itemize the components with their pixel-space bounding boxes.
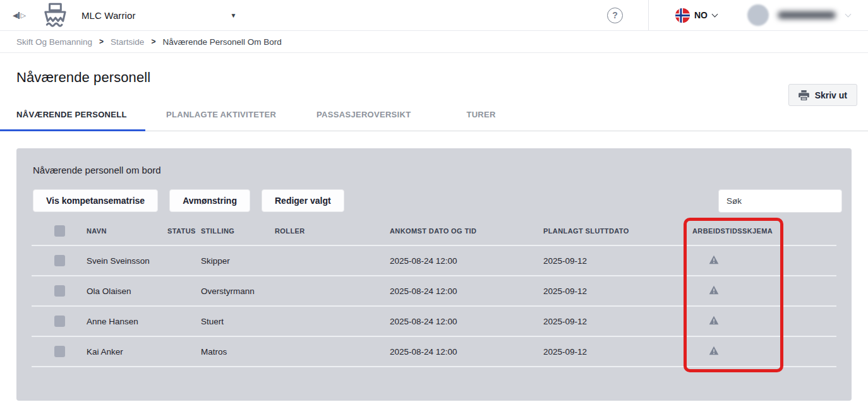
cell-ankomst: 2025-08-24 12:00 [390,347,543,357]
column-header-arbeidstidsskjema: ARBEIDSTIDSSKJEMA [692,227,783,235]
table-header-row: NAVN STATUS STILLING ROLLER ANKOMST DATO… [32,216,836,246]
printer-icon [799,90,809,100]
tab-bar: NÅVÆRENDE PERSONELL PLANLAGTE AKTIVITETE… [0,110,868,131]
row-checkbox[interactable] [54,316,65,327]
cell-stilling: Skipper [201,256,275,266]
language-code: NO [694,10,708,20]
table-row: Kai Anker Matros 2025-08-24 12:00 2025-0… [32,337,836,367]
app-page: ◀ ▷ MLC Warrior ▼ ? [0,0,868,419]
personnel-panel: Nåværende personell om bord Vis kompetan… [16,148,852,401]
vessel-name: MLC Warrior [81,10,136,21]
table-row: Anne Hansen Stuert 2025-08-24 12:00 2025… [32,307,836,337]
vessel-boat-icon [41,2,69,28]
sidebar-collapse-icon[interactable]: ◀ ▷ [13,12,26,19]
norway-flag-icon [675,8,690,23]
breadcrumb-item-current: Nåværende Personell Om Bord [162,37,281,47]
user-chevron-down-icon [845,11,852,18]
language-selector[interactable]: NO [675,8,717,23]
tab-planlagte-aktiviteter[interactable]: PLANLAGTE AKTIVITETER [166,110,276,131]
warning-icon[interactable] [709,255,719,264]
cell-name: Svein Sveinsson [87,256,167,266]
language-chevron-down-icon [712,11,718,18]
cell-sluttdato: 2025-09-12 [543,256,692,266]
cell-name: Anne Hansen [87,317,167,326]
cell-arbeidstidsskjema [692,346,783,358]
cell-name: Kai Anker [87,347,167,357]
cell-stilling: Stuert [201,317,275,326]
print-button-label: Skriv ut [815,90,847,100]
column-header-navn: NAVN [87,227,167,235]
row-checkbox[interactable] [54,255,65,266]
column-header-planlagt-sluttdato: PLANLAGT SLUTTDATO [543,227,692,235]
cell-arbeidstidsskjema [692,285,783,297]
breadcrumb: Skift Og Bemanning > Startside > Nåværen… [0,30,868,53]
avatar [747,4,769,26]
cell-ankomst: 2025-08-24 12:00 [390,286,543,296]
print-button[interactable]: Skriv ut [788,84,857,106]
warning-icon[interactable] [709,346,719,355]
cell-sluttdato: 2025-09-12 [543,286,692,296]
column-header-ankomst: ANKOMST DATO OG TID [390,227,543,235]
tab-turer[interactable]: TURER [466,110,495,131]
panel-heading: Nåværende personell om bord [16,148,852,175]
warning-icon[interactable] [709,285,719,295]
cell-arbeidstidsskjema [692,255,783,267]
vis-kompetansematrise-button[interactable]: Vis kompetansematrise [33,189,158,212]
collapse-divider [18,12,20,19]
vessel-dropdown-caret-icon[interactable]: ▼ [230,12,236,19]
help-icon[interactable]: ? [607,8,623,23]
tab-passasjeroversikt[interactable]: PASSASJEROVERSIKT [316,110,411,131]
user-menu[interactable] [747,4,850,26]
column-header-roller: ROLLER [275,227,390,235]
cell-sluttdato: 2025-09-12 [543,347,692,357]
breadcrumb-separator-icon: > [99,37,104,46]
topbar-divider [648,0,649,30]
top-bar: ◀ ▷ MLC Warrior ▼ ? [0,0,868,30]
cell-stilling: Overstyrmann [201,286,275,296]
personnel-table: NAVN STATUS STILLING ROLLER ANKOMST DATO… [32,216,836,367]
page-title: Nåværende personell [16,69,868,86]
cell-ankomst: 2025-08-24 12:00 [390,256,543,266]
table-row: Ola Olaisen Overstyrmann 2025-08-24 12:0… [32,276,836,307]
avmonstring-button[interactable]: Avmønstring [169,189,250,212]
select-all-checkbox[interactable] [54,225,65,237]
column-header-status: STATUS [167,227,201,235]
collapse-right-triangle: ▷ [20,12,25,19]
collapse-left-triangle: ◀ [13,12,18,19]
cell-sluttdato: 2025-09-12 [543,317,692,326]
cell-name: Ola Olaisen [87,286,167,296]
breadcrumb-separator-icon: > [151,37,155,46]
user-name-redacted [778,11,836,19]
search-input[interactable] [718,189,842,213]
rediger-valgt-button[interactable]: Rediger valgt [262,189,344,212]
breadcrumb-item-startside[interactable]: Startside [111,37,144,47]
cell-stilling: Matros [201,347,275,357]
warning-icon[interactable] [709,316,719,325]
table-row: Svein Sveinsson Skipper 2025-08-24 12:00… [32,246,836,276]
cell-ankomst: 2025-08-24 12:00 [390,317,543,326]
cell-arbeidstidsskjema [692,316,783,328]
tab-navaerende-personell[interactable]: NÅVÆRENDE PERSONELL [0,110,145,131]
row-checkbox[interactable] [54,346,65,357]
row-checkbox[interactable] [54,285,65,297]
breadcrumb-item-skift-og-bemanning[interactable]: Skift Og Bemanning [16,37,92,47]
column-header-stilling: STILLING [201,227,275,235]
